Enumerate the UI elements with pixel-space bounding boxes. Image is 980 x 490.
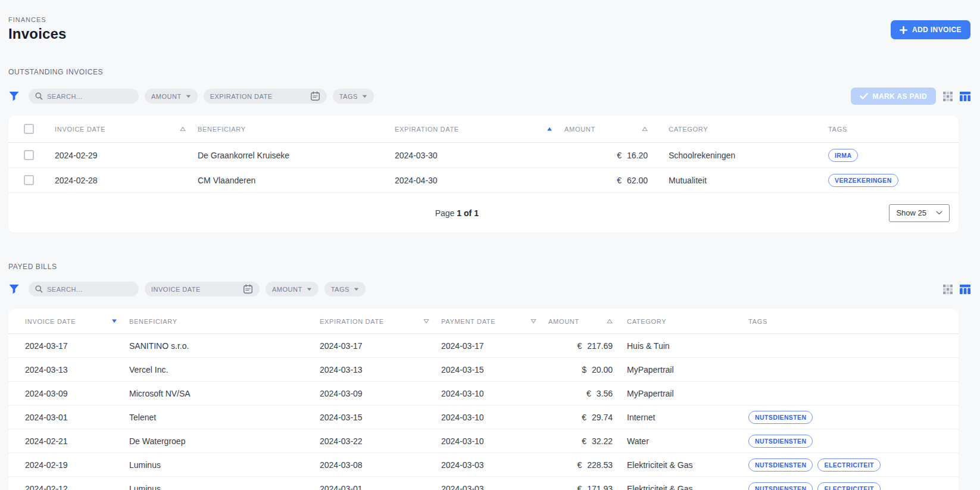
search-input[interactable]	[47, 286, 132, 293]
tags-filter[interactable]: TAGS	[333, 89, 374, 104]
outstanding-invoices-table: INVOICE DATEBENEFICIARYEXPIRATION DATEAM…	[8, 116, 959, 233]
table-row[interactable]: 2024-03-13Vercel Inc.2024-03-132024-03-1…	[8, 358, 959, 382]
payed-bills-table: INVOICE DATEBENEFICIARYEXPIRATION DATEPA…	[8, 309, 959, 490]
column-label: BENEFICIARY	[129, 318, 177, 325]
table-row[interactable]: 2024-03-01Telenet2024-03-152024-03-10€29…	[8, 405, 959, 429]
cell-invoice-date: 2024-02-21	[25, 436, 129, 446]
table-row[interactable]: 2024-03-09Microsoft NV/SA2024-03-092024-…	[8, 382, 959, 405]
cell-invoice-date: 2024-03-17	[25, 341, 129, 351]
column-header-amount[interactable]: AMOUNT	[564, 126, 650, 133]
amount-value: 228.53	[587, 460, 613, 470]
column-header-payment-date[interactable]: PAYMENT DATE	[441, 318, 548, 325]
tag-badge: ELECTRICITEIT	[817, 482, 880, 490]
table-row[interactable]: 2024-02-12Luminus2024-03-012024-03-03€17…	[8, 477, 959, 490]
cell-tags: NUTSDIENSTENELECTRICITEIT	[748, 458, 944, 472]
currency-symbol: €	[617, 151, 622, 160]
column-header-expiration-date[interactable]: EXPIRATION DATE	[395, 126, 564, 133]
caret-down-icon	[362, 95, 367, 98]
amount-filter[interactable]: AMOUNT	[266, 282, 319, 297]
filter-funnel-icon[interactable]	[8, 283, 20, 295]
cell-category: Schoolrekeningen	[650, 151, 828, 160]
column-header-expiration-date[interactable]: EXPIRATION DATE	[320, 318, 441, 325]
pagination-label: Page1 of 1	[435, 208, 479, 218]
table-row[interactable]: 2024-02-21De Watergroep2024-03-222024-03…	[8, 429, 959, 453]
tag-badge: NUTSDIENSTEN	[748, 411, 813, 424]
payed-filter-bar: INVOICE DATE AMOUNT TAGS	[8, 282, 970, 297]
amount-filter[interactable]: AMOUNT	[145, 89, 198, 104]
payed-toolbar-right	[943, 285, 970, 294]
add-invoice-button[interactable]: ADD INVOICE	[891, 20, 970, 39]
outstanding-section-title: OUTSTANDING INVOICES	[8, 68, 970, 76]
table-view-icon[interactable]	[960, 92, 970, 101]
currency-symbol: €	[582, 436, 586, 446]
amount-filter-label: AMOUNT	[272, 286, 302, 293]
tags-filter[interactable]: TAGS	[324, 282, 366, 297]
cell-payment-date: 2024-03-17	[441, 341, 548, 351]
outstanding-table-header: INVOICE DATEBENEFICIARYEXPIRATION DATEAM…	[8, 116, 959, 143]
table-row[interactable]: 2024-02-29De Graankorrel Kruiseke2024-03…	[8, 143, 959, 168]
table-row[interactable]: 2024-03-17SANITINO s.r.o.2024-03-172024-…	[8, 334, 959, 358]
cell-category: Internet	[615, 413, 748, 422]
row-checkbox[interactable]	[24, 150, 34, 160]
grid-view-icon[interactable]	[943, 92, 953, 101]
tag-badge: IRMA	[828, 149, 858, 162]
cell-payment-date: 2024-03-15	[441, 365, 548, 374]
column-label: EXPIRATION DATE	[320, 318, 384, 325]
sort-desc-icon	[111, 319, 117, 324]
column-label: PAYMENT DATE	[441, 318, 495, 325]
tag-badge: VERZEKERINGEN	[828, 174, 898, 187]
search-filter[interactable]	[29, 89, 139, 104]
cell-tags: NUTSDIENSTEN	[748, 435, 944, 448]
table-view-icon[interactable]	[960, 285, 970, 294]
sort-asc-icon	[642, 126, 648, 132]
cell-payment-date: 2024-03-10	[441, 389, 548, 398]
search-filter[interactable]	[29, 282, 139, 297]
amount-value: 29.74	[592, 413, 613, 422]
column-header-category: CATEGORY	[650, 126, 828, 133]
table-row[interactable]: 2024-02-28CM Vlaanderen2024-04-30€62.00M…	[8, 168, 959, 193]
pagination-bar: Page1 of 1 Show 25	[8, 193, 959, 233]
cell-invoice-date: 2024-03-13	[25, 365, 129, 374]
cell-invoice-date: 2024-03-01	[25, 413, 129, 422]
cell-tags: IRMA	[828, 149, 944, 162]
cell-tags: VERZEKERINGEN	[828, 174, 944, 187]
page-size-value: Show 25	[896, 208, 926, 217]
cell-tags: NUTSDIENSTENELECTRICITEIT	[748, 482, 944, 490]
cell-invoice-date: 2024-02-12	[25, 484, 129, 490]
outstanding-toolbar-right: MARK AS PAID	[851, 88, 970, 105]
cell-expiration-date: 2024-03-09	[320, 389, 441, 398]
cell-expiration-date: 2024-03-15	[320, 413, 441, 422]
grid-view-icon[interactable]	[943, 285, 953, 294]
amount-value: 20.00	[592, 365, 613, 374]
tag-badge: ELECTRICITEIT	[817, 458, 880, 472]
currency-symbol: €	[617, 176, 622, 185]
cell-beneficiary: Microsoft NV/SA	[129, 389, 320, 398]
cell-expiration-date: 2024-03-08	[320, 460, 441, 470]
cell-invoice-date: 2024-02-19	[25, 460, 129, 470]
cell-amount: €16.20	[564, 151, 650, 160]
invoices-page: FINANCES Invoices ADD INVOICE OUTSTANDIN…	[0, 0, 980, 490]
filter-funnel-icon[interactable]	[8, 90, 20, 102]
column-label: AMOUNT	[548, 318, 579, 325]
amount-value: 32.22	[592, 436, 613, 446]
page-title: Invoices	[8, 26, 67, 42]
mark-as-paid-button[interactable]: MARK AS PAID	[851, 88, 936, 105]
select-all-checkbox[interactable]	[24, 124, 34, 134]
cell-beneficiary: SANITINO s.r.o.	[129, 341, 320, 351]
row-checkbox[interactable]	[24, 175, 34, 185]
column-header-invoice-date[interactable]: INVOICE DATE	[55, 126, 198, 133]
cell-beneficiary: Luminus	[129, 484, 320, 490]
expiration-date-filter[interactable]: EXPIRATION DATE	[204, 89, 327, 104]
column-header-invoice-date[interactable]: INVOICE DATE	[25, 318, 129, 325]
column-label: CATEGORY	[669, 126, 708, 133]
currency-symbol: €	[577, 484, 582, 490]
page-size-select[interactable]: Show 25	[889, 204, 950, 222]
cell-beneficiary: Telenet	[129, 413, 320, 422]
column-header-amount[interactable]: AMOUNT	[548, 318, 615, 325]
table-row[interactable]: 2024-02-19Luminus2024-03-082024-03-03€22…	[8, 453, 959, 477]
search-input[interactable]	[47, 93, 132, 100]
sort-asc-icon	[607, 319, 613, 324]
column-label: TAGS	[828, 126, 847, 133]
invoice-date-filter[interactable]: INVOICE DATE	[145, 282, 260, 297]
chevron-down-icon	[936, 211, 942, 215]
